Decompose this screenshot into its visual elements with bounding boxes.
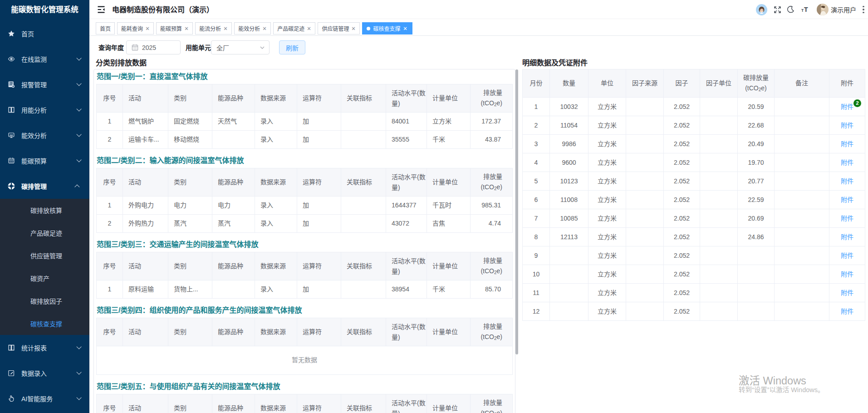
svg-text:T: T: [804, 6, 808, 13]
svg-text:T: T: [801, 8, 804, 13]
